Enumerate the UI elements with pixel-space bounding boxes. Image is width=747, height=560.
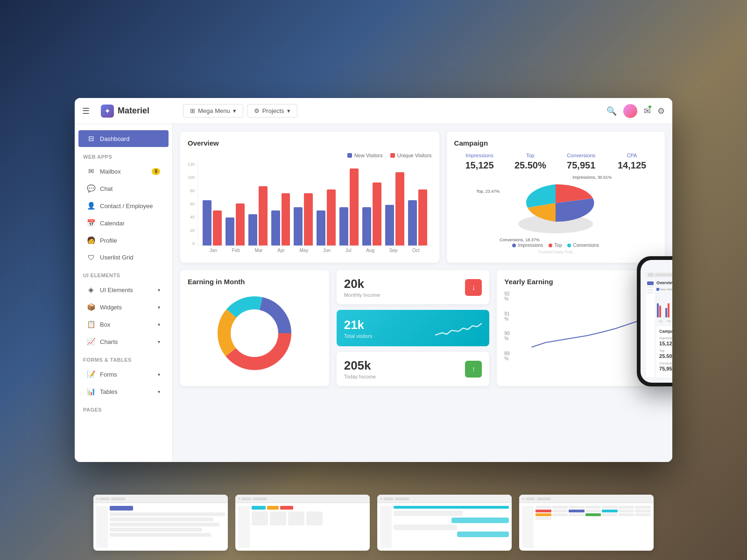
thumb-user-card3 bbox=[288, 511, 304, 525]
phone-legend: New Visitors Unique Visitors bbox=[656, 288, 672, 291]
sidebar-item-ui-elements[interactable]: ◈ UI Elements ▾ bbox=[78, 281, 169, 298]
bar-red-sep bbox=[395, 172, 404, 246]
thumb-calendar-content bbox=[536, 506, 651, 548]
thumb-msg2 bbox=[451, 518, 509, 523]
sidebar-item-tables[interactable]: 📊 Tables ▾ bbox=[78, 383, 169, 400]
thumb-cal-event5 bbox=[585, 513, 601, 516]
monthly-income-btn[interactable]: ↓ bbox=[465, 279, 482, 296]
new-visitors-dot bbox=[347, 153, 352, 158]
thumb-mailbox-r3 bbox=[110, 523, 219, 526]
thumb-msg4 bbox=[457, 532, 509, 537]
conversions-legend-label: Conversions bbox=[573, 243, 599, 248]
topbar-actions: 🔍 ✉ ⚙ bbox=[606, 104, 665, 118]
thumb-userlist-bar bbox=[235, 495, 370, 503]
thumb-mailbox-header bbox=[110, 506, 133, 511]
today-income-btn[interactable]: ↑ bbox=[465, 361, 482, 378]
visitors-value: 21k bbox=[344, 318, 373, 332]
unique-visitors-label: Unique Visitors bbox=[397, 153, 432, 158]
userlist-icon: 🛡 bbox=[87, 253, 95, 261]
sidebar-label-contact: Contact / Employee bbox=[100, 203, 153, 210]
phone-top-label: Top bbox=[659, 349, 672, 352]
settings-icon[interactable]: ⚙ bbox=[657, 106, 665, 116]
contact-icon: 👤 bbox=[87, 202, 95, 210]
sidebar-item-mailbox[interactable]: ✉ Mailbox 9 bbox=[78, 163, 169, 180]
phone-campaign-title: Campaign bbox=[659, 329, 672, 334]
user-avatar[interactable] bbox=[623, 104, 637, 118]
mega-menu-button[interactable]: ⊞ Mega Menu ▾ bbox=[183, 104, 243, 118]
stat-cpa: CPA 14,125 bbox=[606, 153, 657, 171]
bar-group-may bbox=[294, 193, 313, 246]
search-icon[interactable]: 🔍 bbox=[606, 106, 617, 116]
sidebar-label-forms: Forms bbox=[100, 371, 117, 378]
pie-legend-top: Top bbox=[549, 243, 562, 248]
thumb-cal-cell7 bbox=[635, 506, 651, 509]
sidebar-section-pages: Pages bbox=[75, 400, 172, 415]
thumb-cal-cell14 bbox=[602, 513, 618, 516]
phone-bar-group1 bbox=[657, 303, 664, 317]
earning-month-card: Earning in Month bbox=[180, 270, 329, 386]
thumb-mailbox-bar bbox=[93, 495, 228, 503]
sidebar-item-dashboard[interactable]: ⊟ Dashboard bbox=[78, 130, 169, 147]
pie-svg bbox=[509, 180, 602, 236]
thumb-ulist-nav2 bbox=[253, 497, 267, 500]
sidebar-item-widgets[interactable]: 📦 Widgets ▾ bbox=[78, 299, 169, 315]
sidebar-item-userlist[interactable]: 🛡 Userlist Grid bbox=[78, 249, 169, 266]
bar-red-may bbox=[304, 193, 313, 246]
y-axis: 120100806040200 bbox=[188, 162, 197, 246]
projects-label: Projects bbox=[262, 107, 284, 114]
phone-top-value: 25.50% bbox=[659, 353, 672, 359]
bar-red-mar bbox=[259, 186, 268, 246]
thumb-userlist bbox=[235, 495, 370, 551]
campaign-stats: Impressions 15,125 Top 25.50% Conversion… bbox=[454, 153, 657, 171]
bar-blue-aug bbox=[362, 207, 371, 246]
hamburger-icon[interactable]: ☰ bbox=[82, 106, 90, 116]
thumb-chat-header bbox=[394, 506, 509, 509]
sidebar-item-profile[interactable]: 🧑 Profile bbox=[78, 232, 169, 249]
sidebar-item-contact[interactable]: 👤 Contact / Employee bbox=[78, 197, 169, 214]
bar-labels: JanFebMarAprMayJunJulAugSepOct bbox=[197, 246, 432, 253]
conversions-label: Conversions, 18.37% bbox=[500, 238, 540, 242]
impressions-label: Impressions, 30.61% bbox=[572, 175, 612, 180]
sidebar-item-forms[interactable]: 📝 Forms ▾ bbox=[78, 366, 169, 383]
sidebar-item-box[interactable]: 📋 Box ▾ bbox=[78, 316, 169, 333]
phone-conversions-value: 75,951 bbox=[659, 366, 672, 371]
sidebar-item-calendar[interactable]: 📅 Calendar bbox=[78, 215, 169, 231]
thumb-filter-btn3 bbox=[280, 506, 293, 510]
thumb-filter-btn1 bbox=[252, 506, 266, 510]
bar-group-aug bbox=[362, 182, 381, 245]
charts-arrow: ▾ bbox=[158, 339, 160, 344]
mailbox-icon: ✉ bbox=[87, 167, 95, 175]
earning-month-title: Earning in Month bbox=[188, 278, 322, 286]
bar-red-jun bbox=[327, 189, 336, 245]
phone-conversions-label: Conversions bbox=[659, 362, 672, 365]
bar-red-feb bbox=[236, 203, 245, 245]
thumb-chat-sidebar bbox=[380, 506, 392, 548]
thumb-calendar-sidebar bbox=[522, 506, 534, 548]
sidebar-section-forms: Forms & Tables bbox=[75, 350, 172, 365]
phone-sidebar-item1 bbox=[647, 286, 654, 288]
projects-button[interactable]: ⚙ Projects ▾ bbox=[247, 104, 297, 118]
widgets-arrow: ▾ bbox=[158, 305, 160, 310]
stat-impressions-value: 15,125 bbox=[454, 160, 505, 171]
bar-group-sep bbox=[385, 172, 404, 246]
thumb-cal-cell4 bbox=[585, 506, 601, 509]
box-arrow: ▾ bbox=[158, 322, 160, 327]
calendar-icon: 📅 bbox=[87, 219, 95, 227]
sidebar-label-charts: Charts bbox=[100, 338, 118, 345]
sidebar-label-ui-elements: UI Elements bbox=[100, 287, 133, 294]
thumb-mailbox-body bbox=[93, 503, 228, 551]
notifications-icon[interactable]: ✉ bbox=[644, 106, 651, 116]
bar-label-aug: Aug bbox=[366, 248, 374, 253]
sidebar-item-chat[interactable]: 💬 Chat bbox=[78, 180, 169, 197]
thumb-userlist-content bbox=[252, 506, 367, 548]
mega-menu-label: Mega Menu bbox=[198, 107, 230, 114]
forms-arrow: ▾ bbox=[158, 372, 160, 377]
visitors-info: 21k Total visitors bbox=[344, 318, 373, 339]
thumb-filter-btn2 bbox=[267, 506, 279, 510]
projects-icon: ⚙ bbox=[254, 107, 260, 114]
conversions-dot bbox=[567, 244, 571, 247]
sidebar-item-charts[interactable]: 📈 Charts ▾ bbox=[78, 333, 169, 350]
stat-conversions-label: Conversions bbox=[556, 153, 606, 158]
thumb-chat-nav2 bbox=[395, 497, 409, 500]
bar-label-apr: Apr bbox=[277, 248, 285, 253]
